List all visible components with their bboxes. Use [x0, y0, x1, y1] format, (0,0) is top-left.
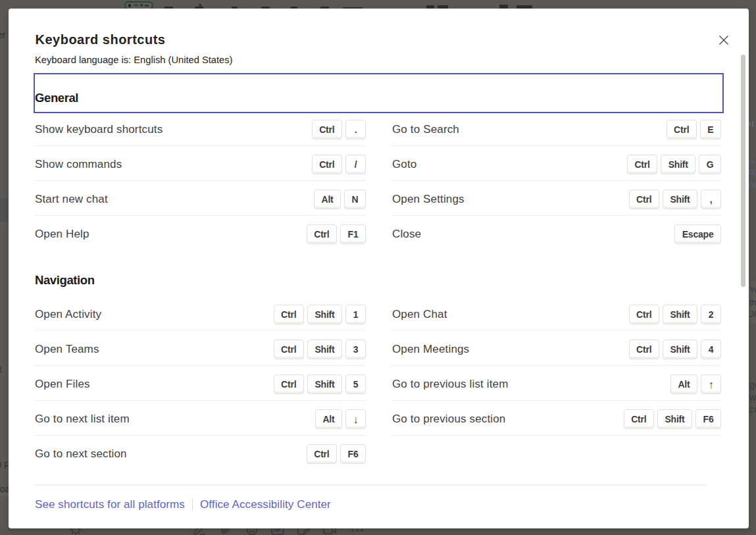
svg-text:GIF: GIF — [273, 528, 280, 532]
